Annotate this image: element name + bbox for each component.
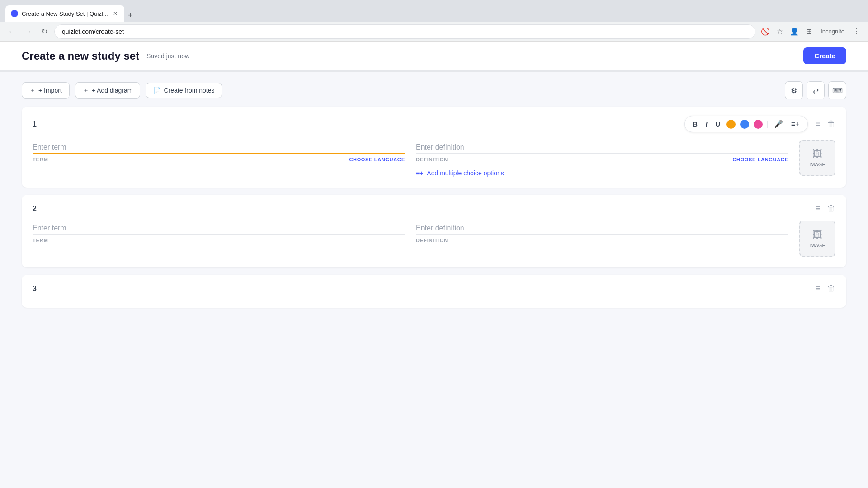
card-2-number: 2 xyxy=(33,205,37,213)
toolbar: ＋ + Import ＋ + Add diagram 📄 Create from… xyxy=(0,72,868,107)
import-label: + Import xyxy=(38,87,62,94)
image-label-2: IMAGE xyxy=(809,243,825,248)
term-meta-1: TERM CHOOSE LANGUAGE xyxy=(33,157,405,162)
flashcard-2: 2 ≡ 🗑 TERM DEFINITION 🖼 IMAGE xyxy=(22,195,846,267)
incognito-button[interactable]: Incognito xyxy=(817,26,848,37)
term-input-1[interactable] xyxy=(33,140,405,154)
term-label-1: TERM xyxy=(33,157,48,162)
active-tab[interactable]: Create a New Study Set | Quizl... ✕ xyxy=(5,5,124,22)
delete-card-2-button[interactable]: 🗑 xyxy=(827,204,835,213)
forward-button[interactable]: → xyxy=(22,25,34,38)
image-icon-1: 🖼 xyxy=(812,148,822,160)
flashcard-3: 3 ≡ 🗑 xyxy=(22,275,846,308)
profile-icon[interactable]: 👤 xyxy=(788,25,801,38)
add-mc-label: Add multiple choice options xyxy=(427,169,504,177)
create-from-notes-icon: 📄 xyxy=(153,87,161,94)
extension-icon[interactable]: ⊞ xyxy=(802,25,815,38)
add-mc-icon: ≡+ xyxy=(416,169,423,177)
page-title: Create a new study set xyxy=(22,50,139,62)
menu-button[interactable]: ⋮ xyxy=(850,25,863,38)
definition-label-2: DEFINITION xyxy=(416,238,448,243)
add-multiple-choice-button[interactable]: ≡+ Add multiple choice options xyxy=(416,169,788,177)
term-meta-2: TERM xyxy=(33,238,405,243)
definition-label-1: DEFINITION xyxy=(416,157,448,162)
create-button[interactable]: Create xyxy=(803,47,846,64)
card-1-header-right: B I U 🎤 ≡+ ≡ 🗑 xyxy=(684,116,835,132)
card-1-header: 1 B I U 🎤 ≡+ ≡ 🗑 xyxy=(33,116,835,132)
choose-language-term-1[interactable]: CHOOSE LANGUAGE xyxy=(349,157,405,162)
microphone-button[interactable]: 🎤 xyxy=(772,119,785,129)
address-bar[interactable]: quizlet.com/create-set xyxy=(54,24,755,39)
delete-card-3-button[interactable]: 🗑 xyxy=(827,284,835,293)
term-field-1: TERM CHOOSE LANGUAGE xyxy=(33,140,405,162)
definition-input-2[interactable] xyxy=(416,221,788,235)
add-diagram-plus-icon: ＋ xyxy=(83,86,89,94)
shuffle-icon: ⇄ xyxy=(813,86,819,95)
format-separator xyxy=(767,121,768,128)
card-2-body: TERM DEFINITION 🖼 IMAGE xyxy=(33,221,835,257)
choose-language-def-1[interactable]: CHOOSE LANGUAGE xyxy=(732,157,788,162)
back-button[interactable]: ← xyxy=(5,25,18,38)
eye-slash-icon[interactable]: 🚫 xyxy=(759,25,772,38)
drag-handle-2: ≡ xyxy=(815,204,820,213)
image-label-1: IMAGE xyxy=(809,162,825,167)
definition-field-1: DEFINITION CHOOSE LANGUAGE ≡+ Add multip… xyxy=(416,140,788,177)
toolbar-right-icons: ⚙ ⇄ ⌨ xyxy=(785,81,846,99)
tab-favicon xyxy=(11,10,18,17)
saved-status: Saved just now xyxy=(146,52,189,60)
drag-handle: ≡ xyxy=(815,119,820,129)
tab-close-button[interactable]: ✕ xyxy=(112,10,119,17)
keyboard-icon: ⌨ xyxy=(832,86,843,95)
color-pink-button[interactable] xyxy=(754,120,763,129)
header-left: Create a new study set Saved just now xyxy=(22,50,189,62)
card-2-header: 2 ≡ 🗑 xyxy=(33,204,835,213)
refresh-button[interactable]: ↻ xyxy=(38,25,51,38)
term-field-2: TERM xyxy=(33,221,405,243)
nav-right: 🚫 ☆ 👤 ⊞ Incognito ⋮ xyxy=(759,25,863,38)
card-3-header: 3 ≡ 🗑 xyxy=(33,284,835,293)
italic-button[interactable]: I xyxy=(704,120,709,129)
definition-meta-1: DEFINITION CHOOSE LANGUAGE xyxy=(416,157,788,162)
delete-card-1-button[interactable]: 🗑 xyxy=(827,119,835,129)
settings-icon: ⚙ xyxy=(791,86,797,95)
import-plus-icon: ＋ xyxy=(29,86,36,94)
more-options-button[interactable]: ≡+ xyxy=(789,119,802,129)
drag-handle-3: ≡ xyxy=(815,284,820,293)
bold-button[interactable]: B xyxy=(691,120,699,129)
card-3-header-right: ≡ 🗑 xyxy=(815,284,835,293)
add-diagram-button[interactable]: ＋ + Add diagram xyxy=(75,82,141,99)
card-1-number: 1 xyxy=(33,120,37,128)
card-3-number: 3 xyxy=(33,285,37,293)
add-diagram-label: + Add diagram xyxy=(92,87,133,94)
definition-field-2: DEFINITION xyxy=(416,221,788,243)
underline-button[interactable]: U xyxy=(714,120,722,129)
import-button[interactable]: ＋ + Import xyxy=(22,82,70,99)
color-yellow-button[interactable] xyxy=(726,120,736,129)
card-2-header-right: ≡ 🗑 xyxy=(815,204,835,213)
definition-input-1[interactable] xyxy=(416,140,788,154)
settings-button[interactable]: ⚙ xyxy=(785,81,803,99)
term-input-2[interactable] xyxy=(33,221,405,235)
create-from-notes-label: Create from notes xyxy=(164,87,214,94)
create-from-notes-button[interactable]: 📄 Create from notes xyxy=(146,83,222,98)
image-button-1[interactable]: 🖼 IMAGE xyxy=(799,140,835,176)
tab-label: Create a New Study Set | Quizl... xyxy=(22,10,108,17)
formatting-toolbar: B I U 🎤 ≡+ xyxy=(684,116,808,132)
term-label-2: TERM xyxy=(33,238,48,243)
image-icon-2: 🖼 xyxy=(812,229,822,241)
color-blue-button[interactable] xyxy=(740,120,749,129)
shuffle-button[interactable]: ⇄ xyxy=(807,81,825,99)
image-button-2[interactable]: 🖼 IMAGE xyxy=(799,221,835,257)
definition-meta-2: DEFINITION xyxy=(416,238,788,243)
card-1-body: TERM CHOOSE LANGUAGE DEFINITION CHOOSE L… xyxy=(33,140,835,177)
app-header: Create a new study set Saved just now Cr… xyxy=(0,42,868,70)
keyboard-button[interactable]: ⌨ xyxy=(828,81,846,99)
flashcard-1: 1 B I U 🎤 ≡+ ≡ 🗑 xyxy=(22,107,846,188)
bookmark-icon[interactable]: ☆ xyxy=(774,25,786,38)
new-tab-button[interactable]: + xyxy=(124,9,137,22)
browser-nav: ← → ↻ quizlet.com/create-set 🚫 ☆ 👤 ⊞ Inc… xyxy=(0,22,868,42)
cards-area: 1 B I U 🎤 ≡+ ≡ 🗑 xyxy=(0,107,868,308)
